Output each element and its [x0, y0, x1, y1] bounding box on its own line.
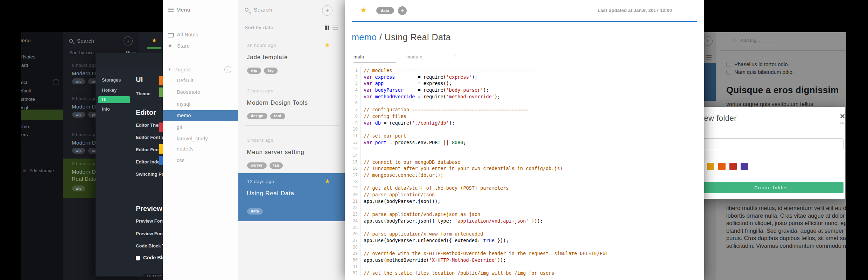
line-number: 4 — [350, 87, 360, 93]
last-updated-label: Last updated at Jan.9, 2017 12:00 — [597, 8, 672, 13]
dark-sidebar-item-starred[interactable]: Stard — [21, 63, 28, 68]
code-line: 21app.use(bodyParser.json()); — [350, 198, 704, 205]
create-folder-button[interactable]: Create folder — [698, 182, 844, 193]
code-line: 17// mongoose.connect(db.url); — [350, 172, 704, 178]
code-line: 27app.use(bodyParser.urlencoded({ extend… — [350, 237, 704, 244]
dark-selected-folder-row[interactable] — [21, 110, 63, 120]
settings-menu-item-active[interactable]: UI — [98, 96, 130, 103]
tag-pill[interactable]: wip — [72, 186, 85, 191]
sidebar-folder-item[interactable]: mysql — [177, 101, 190, 107]
settings-item[interactable]: Switching Preview — [136, 172, 163, 177]
code-text — [360, 126, 364, 133]
dark-folder-item[interactable]: Default — [21, 88, 31, 93]
dark-folder-item[interactable]: others — [21, 132, 28, 137]
grid-view-icon[interactable] — [325, 26, 329, 30]
code-text: // set the static files location /public… — [360, 270, 554, 276]
color-swatch[interactable] — [729, 163, 737, 170]
dark-menu-label[interactable]: Menu — [21, 37, 31, 43]
sidebar-item-starred[interactable]: Stard — [177, 43, 190, 49]
color-swatch[interactable] — [707, 163, 714, 170]
note-tag-pill[interactable]: data — [376, 7, 394, 14]
folder-name-input[interactable] — [698, 138, 844, 150]
sidebar-folder-item[interactable]: memo — [177, 113, 191, 118]
color-swatch[interactable] — [718, 163, 726, 170]
dark-folder-item[interactable]: Boostnote — [21, 97, 35, 102]
dark-project-header[interactable]: Project — [21, 80, 27, 85]
settings-item[interactable]: Editor Theme — [136, 122, 163, 128]
settings-item[interactable]: Editor Font Family — [136, 147, 163, 152]
line-number: 6 — [350, 100, 360, 106]
settings-menu-item[interactable]: Storages — [102, 77, 121, 83]
code-text — [360, 244, 364, 251]
settings-menu-item[interactable]: Hotkey — [102, 88, 117, 93]
tag-pill[interactable]: tool — [270, 113, 285, 119]
sidebar-folder-item[interactable]: nodeJs — [177, 146, 194, 152]
tag-pill[interactable]: wip — [247, 68, 261, 74]
sidebar-item-all-notes[interactable]: All Notes — [177, 32, 198, 37]
dark-search-input[interactable]: Search — [77, 38, 94, 44]
color-swatch[interactable] — [741, 163, 748, 170]
star-icon[interactable]: ★ — [360, 6, 367, 14]
code-text: var methodOverride = require('method-ove… — [360, 93, 500, 100]
menu-label[interactable]: Menu — [176, 7, 190, 13]
tag-pill[interactable]: wip — [72, 78, 85, 84]
kebab-menu-icon[interactable]: ⋮ — [683, 5, 689, 9]
settings-menu-item[interactable]: Info — [102, 106, 110, 112]
star-icon[interactable]: ★ — [152, 37, 157, 44]
star-icon[interactable]: ★ — [324, 41, 330, 49]
tag-pill[interactable]: tag — [264, 68, 278, 74]
code-editor[interactable]: 1// modules ============================… — [350, 67, 704, 280]
settings-item[interactable]: Editor Font Size — [136, 135, 163, 140]
dark-folder-item[interactable]: memo — [21, 124, 29, 129]
close-icon[interactable]: ✕ — [840, 112, 845, 120]
code-line: 31 — [350, 264, 704, 270]
dark-new-note-button[interactable]: + — [124, 36, 133, 46]
tag-pill[interactable]: wip — [72, 148, 85, 154]
settings-item[interactable]: Code Block Theme — [136, 243, 163, 248]
settings-item[interactable]: Preview Font Family — [136, 231, 163, 236]
tag-pill[interactable]: server — [247, 162, 267, 169]
new-tab-button[interactable]: + — [453, 52, 457, 59]
tag-pill[interactable]: data — [247, 208, 263, 215]
note-card[interactable]: 12 days ago★Using Real Datadata — [238, 173, 345, 221]
note-tags: wiptag — [247, 67, 280, 74]
sort-selector[interactable]: Sort by date — [245, 25, 273, 30]
tab-main[interactable]: main — [354, 54, 364, 59]
settings-item[interactable]: Preview Font Size — [136, 218, 163, 224]
code-block-checkbox[interactable] — [136, 256, 140, 260]
add-folder-button[interactable]: + — [224, 66, 231, 73]
dark-add-storage-button[interactable]: ⛁Add storage — [23, 168, 54, 173]
new-note-button[interactable]: + — [322, 5, 332, 16]
dark-sidebar-item-all-notes[interactable]: All Notes — [21, 54, 35, 59]
line-number: 9 — [350, 120, 360, 126]
sidebar-folder-item[interactable]: Default — [177, 78, 194, 83]
line-number: 2 — [350, 74, 360, 80]
dark-sort-selector[interactable]: Sort by xxx — [69, 50, 92, 55]
settings-preview-heading: Preview — [136, 205, 162, 213]
search-input[interactable]: Search — [254, 7, 273, 13]
star-icon: ★ — [168, 42, 172, 49]
search-icon-handle — [73, 42, 75, 44]
note-date: 8 hours ago — [72, 132, 97, 137]
tag-pill[interactable]: tag — [270, 162, 283, 169]
star-icon[interactable]: ★ — [324, 177, 330, 185]
sidebar-folder-item[interactable]: laravel_study — [177, 136, 208, 141]
settings-item[interactable]: Editor Indent Size — [136, 159, 163, 164]
code-text: // connect to our mongoDB database — [360, 159, 460, 166]
line-number: 30 — [350, 257, 360, 264]
sidebar-folder-item[interactable]: Boostnote — [177, 89, 201, 95]
settings-item-theme[interactable]: Theme — [136, 91, 150, 96]
code-text: // override with the X-HTTP-Method-Overr… — [360, 250, 608, 257]
dark-add-folder-button[interactable]: + — [53, 79, 59, 85]
list-view-icon[interactable] — [332, 26, 338, 30]
chevron-down-icon[interactable]: ▼ — [168, 67, 172, 71]
menu-icon[interactable] — [168, 8, 174, 12]
tab-module[interactable]: module — [406, 54, 422, 59]
sidebar-folder-item[interactable]: css — [177, 158, 185, 163]
add-tag-button[interactable]: + — [398, 6, 407, 15]
tag-pill[interactable]: design — [247, 113, 267, 119]
breadcrumb-folder[interactable]: memo — [352, 32, 377, 42]
note-tags: wip — [72, 185, 88, 191]
sidebar-folder-item[interactable]: git — [177, 124, 182, 130]
tag-pill[interactable]: wip — [72, 112, 85, 118]
